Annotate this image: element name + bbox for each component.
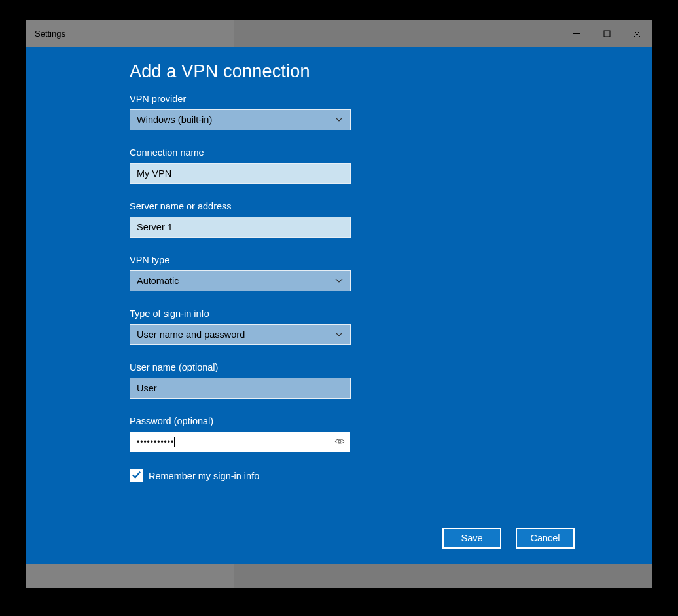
minimize-icon	[573, 29, 580, 39]
chevron-down-icon	[334, 115, 344, 124]
eye-icon	[334, 436, 345, 448]
select-vpn-type-value: Automatic	[137, 276, 334, 286]
close-button[interactable]	[622, 20, 652, 47]
field-password: Password (optional) •••••••••••	[130, 416, 575, 452]
field-server-address: Server name or address Server 1	[130, 201, 575, 238]
svg-rect-1	[604, 31, 610, 37]
label-vpn-type: VPN type	[130, 255, 575, 265]
svg-point-4	[338, 440, 341, 443]
dialog-body: Add a VPN connection VPN provider Window…	[26, 47, 652, 564]
input-connection-name[interactable]: My VPN	[130, 163, 351, 184]
input-username-value: User	[137, 383, 157, 393]
window-title: Settings	[26, 29, 65, 39]
input-username[interactable]: User	[130, 378, 351, 399]
dialog-overlay-shade	[234, 564, 652, 588]
cancel-button-label: Cancel	[530, 533, 560, 543]
input-connection-name-value: My VPN	[137, 168, 171, 179]
field-signin-type: Type of sign-in info User name and passw…	[130, 308, 575, 345]
label-server-address: Server name or address	[130, 201, 575, 211]
maximize-button[interactable]	[592, 20, 622, 47]
field-username: User name (optional) User	[130, 362, 575, 399]
chevron-down-icon	[334, 276, 344, 285]
label-signin-type: Type of sign-in info	[130, 308, 575, 319]
select-vpn-provider-value: Windows (built-in)	[137, 115, 334, 125]
settings-window: Settings Add a VPN connection VPN provid…	[26, 20, 652, 588]
select-signin-type-value: User name and password	[137, 329, 334, 340]
titlebar: Settings	[26, 20, 652, 47]
field-vpn-type: VPN type Automatic	[130, 255, 575, 291]
field-connection-name: Connection name My VPN	[130, 147, 575, 184]
cancel-button[interactable]: Cancel	[516, 528, 575, 549]
remember-signin-checkbox[interactable]	[130, 469, 143, 482]
text-caret	[174, 437, 175, 447]
save-button[interactable]: Save	[442, 528, 501, 549]
close-icon	[633, 29, 641, 39]
save-button-label: Save	[461, 533, 482, 543]
label-password: Password (optional)	[130, 416, 575, 426]
dialog-buttons: Save Cancel	[442, 528, 575, 549]
select-vpn-type[interactable]: Automatic	[130, 270, 351, 291]
select-vpn-provider[interactable]: Windows (built-in)	[130, 109, 351, 130]
maximize-icon	[603, 29, 611, 39]
label-username: User name (optional)	[130, 362, 575, 372]
checkmark-icon	[132, 470, 141, 482]
reveal-password-button[interactable]	[334, 437, 345, 447]
field-vpn-provider: VPN provider Windows (built-in)	[130, 94, 575, 130]
form: Add a VPN connection VPN provider Window…	[130, 62, 575, 482]
dialog-heading: Add a VPN connection	[130, 62, 575, 82]
select-signin-type[interactable]: User name and password	[130, 324, 351, 345]
remember-signin-label: Remember my sign-in info	[149, 471, 259, 481]
input-server-address[interactable]: Server 1	[130, 217, 351, 238]
label-vpn-provider: VPN provider	[130, 94, 575, 104]
bottombar	[26, 564, 652, 588]
chevron-down-icon	[334, 330, 344, 339]
input-password[interactable]: •••••••••••	[130, 431, 351, 452]
input-password-value: •••••••••••	[137, 437, 174, 446]
label-connection-name: Connection name	[130, 147, 575, 158]
input-server-address-value: Server 1	[137, 222, 173, 232]
remember-signin-row: Remember my sign-in info	[130, 469, 575, 482]
minimize-button[interactable]	[562, 20, 592, 47]
